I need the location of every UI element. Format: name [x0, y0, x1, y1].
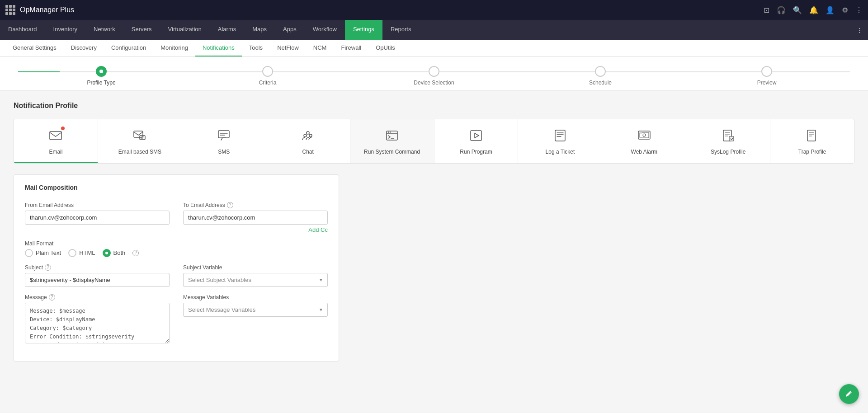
syslog-icon: [721, 128, 736, 145]
subject-variable-select-wrapper: Select Subject Variables ▼: [183, 273, 328, 287]
to-help-icon[interactable]: ?: [227, 202, 233, 208]
notif-card-run-system-command[interactable]: Run System Command: [350, 119, 434, 163]
trap-icon: [805, 128, 820, 145]
progress-steps: Profile Type Criteria Device Selection S…: [18, 66, 850, 86]
nav-workflow[interactable]: Workflow: [305, 20, 345, 40]
message-variable-label: Message Variables: [183, 294, 328, 300]
form-group-mail-format: Mail Format Plain Text HTML Both ?: [25, 240, 328, 257]
subnav-ncm[interactable]: NCM: [306, 40, 334, 56]
notif-card-email-sms[interactable]: Email based SMS: [98, 119, 182, 163]
form-section-title: Mail Composition: [25, 184, 328, 195]
notif-card-trap[interactable]: Trap Profile: [770, 119, 854, 163]
radio-circle-plain: [25, 249, 33, 257]
message-variable-select[interactable]: Select Message Variables: [183, 303, 328, 317]
notif-label-syslog: SysLog Profile: [711, 149, 745, 156]
svg-point-9: [390, 131, 391, 132]
subject-label: Subject ?: [25, 264, 170, 271]
subject-help-icon[interactable]: ?: [45, 264, 51, 271]
user-icon[interactable]: 👤: [826, 6, 835, 14]
subnav-tools[interactable]: Tools: [242, 40, 270, 56]
main-nav: Dashboard Inventory Network Servers Virt…: [0, 20, 868, 40]
notif-card-syslog[interactable]: SysLog Profile: [686, 119, 770, 163]
search-icon[interactable]: 🔍: [793, 6, 802, 14]
radio-plain-text[interactable]: Plain Text: [25, 249, 61, 257]
message-help-icon[interactable]: ?: [49, 294, 55, 300]
nav-network[interactable]: Network: [85, 20, 123, 40]
radio-html[interactable]: HTML: [68, 249, 95, 257]
step-criteria[interactable]: Criteria: [184, 66, 351, 86]
chat-icon: [301, 128, 315, 145]
notif-label-trap: Trap Profile: [798, 149, 826, 156]
notif-card-log-ticket[interactable]: Log a Ticket: [518, 119, 602, 163]
nav-reports[interactable]: Reports: [382, 20, 420, 40]
notif-card-run-program[interactable]: Run Program: [434, 119, 519, 163]
email-sms-icon: [132, 128, 147, 145]
radio-label-plain: Plain Text: [36, 249, 61, 256]
bell-icon[interactable]: 🔔: [809, 6, 818, 14]
notif-card-web-alarm[interactable]: Web Alarm: [602, 119, 686, 163]
sms-icon: [217, 128, 231, 145]
nav-virtualization[interactable]: Virtualization: [160, 20, 210, 40]
step-device-selection[interactable]: Device Selection: [351, 66, 517, 86]
form-group-to: To Email Address ? Add Cc: [183, 202, 328, 233]
to-email-input[interactable]: [183, 211, 328, 225]
headset-icon[interactable]: 🎧: [777, 6, 786, 14]
app-grid-icon[interactable]: [5, 5, 15, 15]
app-name: OpManager Plus: [20, 6, 74, 14]
notif-label-email-sms: Email based SMS: [118, 149, 161, 156]
log-ticket-icon: [553, 128, 567, 145]
step-profile-type[interactable]: Profile Type: [18, 66, 184, 86]
nav-servers[interactable]: Servers: [123, 20, 160, 40]
notif-label-email: Email: [49, 149, 62, 156]
subject-variable-label: Subject Variable: [183, 264, 328, 271]
nav-inventory[interactable]: Inventory: [45, 20, 85, 40]
subnav-configuration[interactable]: Configuration: [104, 40, 153, 56]
more-vertical-icon[interactable]: ⋮: [855, 6, 863, 14]
message-textarea[interactable]: Message: $message Device: $displayName C…: [25, 303, 170, 343]
notif-card-sms[interactable]: SMS: [182, 119, 266, 163]
radio-group-mail-format: Plain Text HTML Both ?: [25, 249, 328, 257]
to-label: To Email Address ?: [183, 202, 328, 208]
mail-format-help-icon[interactable]: ?: [132, 250, 139, 256]
subject-variable-select[interactable]: Select Subject Variables: [183, 273, 328, 287]
mail-format-label: Mail Format: [25, 240, 328, 247]
svg-rect-19: [807, 130, 816, 141]
svg-point-4: [304, 134, 307, 137]
form-row-message: Message ? Message: $message Device: $dis…: [25, 294, 328, 345]
screen-icon[interactable]: ⊡: [764, 6, 769, 14]
subnav-monitoring[interactable]: Monitoring: [153, 40, 195, 56]
svg-rect-0: [50, 131, 61, 140]
subnav-oputils[interactable]: OpUtils: [368, 40, 402, 56]
subject-input[interactable]: [25, 273, 170, 287]
subnav-netflow[interactable]: NetFlow: [270, 40, 306, 56]
notif-card-chat[interactable]: Chat: [266, 119, 350, 163]
svg-rect-10: [471, 131, 481, 141]
email-badge: [61, 127, 65, 130]
nav-apps[interactable]: Apps: [275, 20, 305, 40]
radio-label-html: HTML: [79, 249, 95, 256]
svg-point-5: [307, 131, 309, 134]
nav-maps[interactable]: Maps: [244, 20, 275, 40]
step-preview[interactable]: Preview: [684, 66, 850, 86]
sub-nav: General Settings Discovery Configuration…: [0, 40, 868, 57]
settings-icon[interactable]: ⚙: [842, 6, 848, 14]
form-group-from: From Email Address: [25, 202, 170, 225]
nav-alarms[interactable]: Alarms: [210, 20, 244, 40]
form-row-mail-format: Mail Format Plain Text HTML Both ?: [25, 240, 328, 257]
radio-both[interactable]: Both: [103, 249, 126, 257]
nav-dashboard[interactable]: Dashboard: [0, 20, 45, 40]
nav-settings[interactable]: Settings: [345, 20, 382, 40]
from-email-input[interactable]: [25, 211, 170, 225]
notif-card-email[interactable]: Email: [14, 119, 98, 163]
nav-more-icon[interactable]: ⋮: [851, 20, 868, 40]
subnav-notifications[interactable]: Notifications: [195, 40, 242, 56]
notification-type-cards: Email Email based SMS: [14, 119, 854, 164]
notif-label-run-system-command: Run System Command: [364, 149, 420, 156]
subnav-discovery[interactable]: Discovery: [64, 40, 104, 56]
subnav-firewall[interactable]: Firewall: [334, 40, 368, 56]
step-schedule[interactable]: Schedule: [517, 66, 684, 86]
add-cc-link[interactable]: Add Cc: [183, 226, 328, 233]
step-circle-5: [761, 66, 772, 77]
run-program-icon: [469, 128, 483, 145]
subnav-general-settings[interactable]: General Settings: [5, 40, 64, 56]
